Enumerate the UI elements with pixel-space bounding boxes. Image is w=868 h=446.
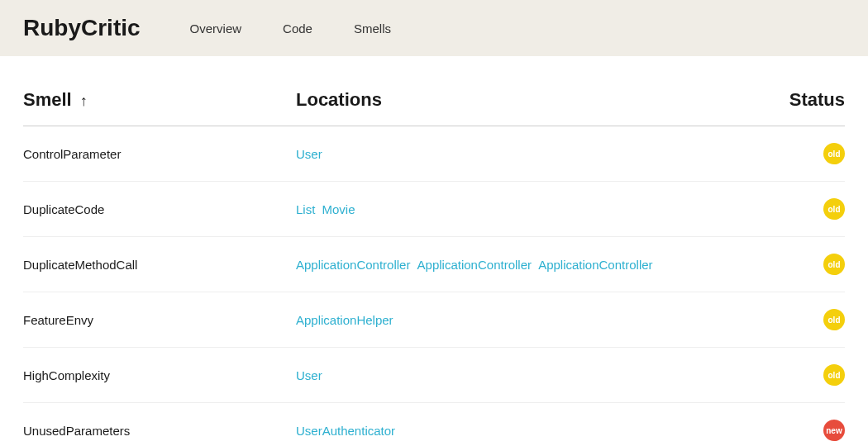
smell-name: DuplicateCode: [23, 202, 296, 216]
location-link[interactable]: ApplicationController: [417, 258, 532, 272]
logo: RubyCritic: [23, 15, 141, 41]
header: RubyCritic Overview Code Smells: [0, 0, 868, 56]
smell-status: old: [779, 143, 845, 164]
smell-status: old: [779, 309, 845, 330]
status-badge: old: [823, 143, 845, 164]
status-badge: old: [823, 309, 845, 330]
smell-locations: ApplicationHelper: [296, 313, 779, 327]
smell-name: FeatureEnvy: [23, 313, 296, 327]
smell-status: new: [779, 420, 845, 441]
smell-name: DuplicateMethodCall: [23, 258, 296, 272]
status-badge: old: [823, 364, 845, 386]
smell-locations: User: [296, 147, 779, 161]
location-link[interactable]: ApplicationController: [296, 258, 410, 272]
smell-locations: ApplicationController ApplicationControl…: [296, 258, 779, 272]
smell-name: ControlParameter: [23, 147, 296, 161]
smell-status: old: [779, 198, 845, 220]
location-link[interactable]: User: [296, 368, 322, 382]
header-smell[interactable]: Smell ↑: [23, 89, 296, 111]
nav-code[interactable]: Code: [283, 21, 312, 36]
header-status[interactable]: Status: [779, 89, 845, 111]
header-smell-label: Smell: [23, 89, 72, 110]
location-link[interactable]: List: [296, 202, 315, 216]
sort-arrow-icon: ↑: [80, 93, 88, 109]
table-row: HighComplexityUserold: [23, 348, 845, 403]
table-header: Smell ↑ Locations Status: [23, 56, 845, 126]
status-badge: old: [823, 198, 845, 220]
smell-name: UnusedParameters: [23, 424, 296, 438]
status-badge: old: [823, 254, 845, 275]
location-link[interactable]: User: [296, 147, 322, 161]
smell-locations: User: [296, 368, 779, 382]
nav-overview[interactable]: Overview: [190, 21, 242, 36]
status-badge: new: [823, 420, 845, 441]
nav-smells[interactable]: Smells: [354, 21, 391, 36]
smell-name: HighComplexity: [23, 368, 296, 382]
table-row: DuplicateMethodCallApplicationController…: [23, 237, 845, 292]
table-row: ControlParameterUserold: [23, 126, 845, 182]
location-link[interactable]: UserAuthenticator: [296, 424, 395, 438]
location-link[interactable]: Movie: [322, 202, 355, 216]
location-link[interactable]: ApplicationController: [538, 258, 652, 272]
smell-locations: UserAuthenticator: [296, 424, 779, 438]
smell-status: old: [779, 364, 845, 386]
nav: Overview Code Smells: [190, 21, 391, 36]
location-link[interactable]: ApplicationHelper: [296, 313, 393, 327]
smell-status: old: [779, 254, 845, 275]
table-row: UnusedParametersUserAuthenticatornew: [23, 403, 845, 446]
table-row: FeatureEnvyApplicationHelperold: [23, 292, 845, 348]
header-locations[interactable]: Locations: [296, 89, 779, 111]
content: Smell ↑ Locations Status ControlParamete…: [0, 56, 868, 446]
table-body: ControlParameterUseroldDuplicateCodeList…: [23, 126, 845, 446]
smell-locations: List Movie: [296, 202, 779, 216]
table-row: DuplicateCodeList Movieold: [23, 182, 845, 237]
